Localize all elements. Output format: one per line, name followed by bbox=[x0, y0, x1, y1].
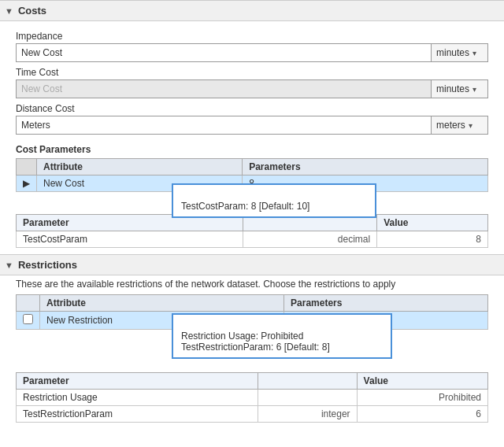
restrictions-section-title: Restrictions bbox=[18, 259, 77, 271]
distance-cost-label: Distance Cost bbox=[16, 103, 488, 114]
cost-sub-table-row: TestCostParam decimal 8 bbox=[17, 231, 488, 248]
impedance-dropdown[interactable]: New Cost minutes ▾ bbox=[16, 43, 488, 62]
restr-sub-param-2-value: 6 bbox=[357, 406, 487, 423]
time-cost-placeholder: New Cost bbox=[17, 83, 431, 94]
cost-table-arrow-header bbox=[17, 159, 37, 175]
restr-row-checkbox[interactable] bbox=[17, 312, 40, 330]
impedance-unit-text: minutes bbox=[436, 47, 469, 58]
restr-sub-param-2-name: TestRestrictionParam bbox=[17, 406, 258, 423]
restrictions-params-area: Attribute Parameters New Restriction Pro… bbox=[0, 294, 504, 423]
cost-sub-table-container: Parameter Value TestCostParam decimal 8 bbox=[16, 214, 488, 248]
distance-cost-arrow-icon: ▾ bbox=[469, 121, 472, 130]
restrictions-description: These are the available restrictions of … bbox=[0, 275, 504, 294]
restr-sub-table-container: Parameter Value Restriction Usage Prohib… bbox=[16, 372, 488, 423]
cost-sub-param-value: 8 bbox=[377, 231, 488, 248]
costs-section-content: Impedance New Cost minutes ▾ Time Cost N… bbox=[0, 21, 504, 141]
restr-sub-value-header: Value bbox=[357, 373, 487, 390]
restr-sub-row-2: TestRestrictionParam integer 6 bbox=[17, 406, 488, 423]
restrictions-section-header[interactable]: ▼ Restrictions bbox=[0, 254, 504, 275]
costs-section-header[interactable]: ▼ Costs bbox=[0, 0, 504, 21]
main-container: ▼ Costs Impedance New Cost minutes ▾ Tim… bbox=[0, 0, 504, 423]
restr-checkbox-input[interactable] bbox=[23, 314, 33, 324]
restr-sub-empty-header bbox=[258, 373, 357, 390]
distance-cost-dropdown[interactable]: Meters meters ▾ bbox=[16, 116, 488, 135]
restr-table-attr-header: Attribute bbox=[40, 295, 284, 312]
impedance-unit[interactable]: minutes ▾ bbox=[431, 44, 487, 61]
cost-parameters-label: Cost Parameters bbox=[16, 144, 488, 155]
restr-sub-param-1-name: Restriction Usage bbox=[17, 390, 258, 406]
restr-sub-param-2-type: integer bbox=[258, 406, 357, 423]
restr-sub-table: Parameter Value Restriction Usage Prohib… bbox=[16, 372, 488, 423]
time-cost-arrow-icon: ▾ bbox=[472, 85, 476, 94]
time-cost-dropdown: New Cost minutes ▾ bbox=[16, 79, 488, 98]
time-cost-label: Time Cost bbox=[16, 67, 488, 78]
cost-tooltip-text: TestCostParam: 8 [Default: 10] bbox=[181, 201, 309, 212]
cost-table-params-header: Parameters bbox=[243, 159, 488, 175]
cost-row-arrow: ▶ bbox=[17, 175, 37, 192]
cost-table-attr-header: Attribute bbox=[37, 159, 243, 175]
distance-cost-unit[interactable]: meters ▾ bbox=[431, 116, 487, 134]
cost-tooltip: TestCostParam: 8 [Default: 10] bbox=[172, 183, 376, 218]
cost-sub-param-type: decimal bbox=[243, 231, 377, 248]
cost-parameters-area: Cost Parameters Attribute Parameters ▶ N… bbox=[0, 141, 504, 248]
cost-sub-param-name: TestCostParam bbox=[17, 231, 243, 248]
restr-tooltip-text: Restriction Usage: Prohibited TestRestri… bbox=[181, 331, 330, 353]
restr-table-checkbox-header bbox=[17, 295, 40, 312]
cost-sub-table: Parameter Value TestCostParam decimal 8 bbox=[16, 214, 488, 248]
restr-table-params-header: Parameters bbox=[284, 295, 488, 312]
impedance-label: Impedance bbox=[16, 31, 488, 42]
restr-sub-param-1-type bbox=[258, 390, 357, 406]
time-cost-unit: minutes ▾ bbox=[431, 80, 487, 98]
restr-sub-row-1: Restriction Usage Prohibited bbox=[17, 390, 488, 406]
impedance-arrow-icon: ▾ bbox=[472, 49, 476, 57]
costs-section-title: Costs bbox=[18, 5, 46, 17]
distance-cost-value: Meters bbox=[17, 120, 431, 131]
restr-sub-param-header: Parameter bbox=[17, 373, 258, 390]
impedance-value: New Cost bbox=[17, 47, 431, 58]
cost-sub-value-header: Value bbox=[377, 215, 488, 231]
restr-sub-param-1-value: Prohibited bbox=[357, 390, 487, 406]
restr-tooltip: Restriction Usage: Prohibited TestRestri… bbox=[172, 313, 392, 359]
distance-cost-unit-text: meters bbox=[436, 120, 465, 131]
costs-chevron-icon: ▼ bbox=[5, 6, 13, 16]
time-cost-unit-text: minutes bbox=[436, 83, 469, 94]
restrictions-chevron-icon: ▼ bbox=[5, 260, 13, 270]
